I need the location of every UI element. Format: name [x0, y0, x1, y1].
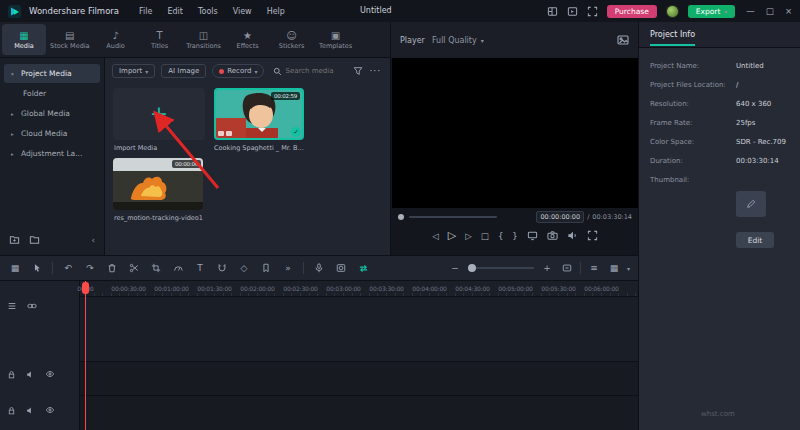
tab-media[interactable]: ▦Media	[2, 24, 46, 55]
lock-icon[interactable]	[7, 405, 16, 415]
previous-frame-button[interactable]: ◁	[432, 231, 439, 241]
fullscreen-icon[interactable]	[587, 230, 598, 241]
edit-button[interactable]: Edit	[736, 232, 774, 248]
tab-effects[interactable]: ★Effects	[226, 24, 270, 55]
sidebar-item-cloud-media[interactable]: ▸Cloud Media	[4, 124, 100, 143]
zoom-slider-handle[interactable]	[468, 264, 476, 272]
ai-image-button[interactable]: AI Image	[161, 64, 206, 78]
render-icon[interactable]	[567, 6, 578, 17]
timecode-current: 00:00:00:00	[536, 211, 584, 223]
menu-tools[interactable]: Tools	[198, 7, 218, 16]
undo-icon[interactable]: ↶	[61, 261, 75, 275]
media-item-label: Import Media	[114, 144, 204, 152]
project-info-title[interactable]: Project Info	[650, 24, 695, 46]
split-icon[interactable]	[127, 261, 141, 275]
eye-icon[interactable]	[45, 369, 55, 379]
auto-ripple-icon[interactable]	[356, 261, 370, 275]
sidebar-item-adjustment-layer[interactable]: ▸Adjustment La...	[4, 144, 100, 163]
field-label: Frame Rate:	[650, 119, 736, 127]
layout-icon[interactable]	[547, 6, 558, 17]
marker-icon[interactable]	[259, 261, 273, 275]
purchase-button[interactable]: Purchase	[607, 5, 657, 18]
display-mode-icon[interactable]	[527, 230, 538, 241]
text-tool-icon[interactable]: T	[193, 261, 207, 275]
video-preview[interactable]	[392, 58, 638, 208]
playhead-handle[interactable]	[82, 282, 89, 294]
mute-icon[interactable]	[26, 405, 35, 415]
keyframe-icon[interactable]: ◇	[237, 261, 251, 275]
filter-icon[interactable]	[353, 66, 363, 76]
import-button[interactable]: Import▾	[112, 64, 155, 78]
timeline-track-video1[interactable]	[80, 297, 638, 361]
collapse-sidebar-button[interactable]: ‹	[91, 235, 95, 245]
zoom-in-icon[interactable]: +	[540, 261, 554, 275]
sidebar-item-folder[interactable]: Folder	[4, 84, 100, 103]
tab-templates[interactable]: ▣Templates	[314, 24, 358, 55]
mask-icon[interactable]	[334, 261, 348, 275]
tab-stock-media[interactable]: ▤Stock Media	[46, 24, 94, 55]
mute-icon[interactable]	[26, 369, 35, 379]
delete-icon[interactable]	[105, 261, 119, 275]
duration-badge: 00:00:06	[172, 160, 201, 168]
thumbnail-edit-button[interactable]	[736, 191, 766, 217]
speed-icon[interactable]	[171, 261, 185, 275]
overflow-chevrons-icon[interactable]: »	[281, 261, 295, 275]
new-folder-icon[interactable]	[9, 234, 20, 245]
scrub-handle[interactable]	[398, 214, 404, 220]
menu-file[interactable]: File	[139, 7, 152, 16]
manage-tracks-icon[interactable]	[7, 301, 17, 311]
tab-transitions[interactable]: ◫Transitions	[182, 24, 226, 55]
screenshot-icon[interactable]	[587, 6, 598, 17]
tab-titles[interactable]: TTitles	[138, 24, 182, 55]
play-button[interactable]: ▷	[448, 229, 456, 242]
timeline-ruler[interactable]: 00:0000:00:30:0000:01:00:0000:01:30:0000…	[80, 281, 638, 297]
stop-button[interactable]: □	[481, 231, 489, 241]
preview-image-icon[interactable]	[617, 34, 629, 46]
timeline-view-icon[interactable]: ▦	[607, 261, 621, 275]
timeline-track-audio1[interactable]	[80, 362, 638, 395]
menu-edit[interactable]: Edit	[167, 7, 183, 16]
export-button[interactable]: Export▾	[688, 5, 736, 18]
chevron-down-icon[interactable]: ▾	[627, 265, 630, 272]
next-frame-button[interactable]: ▷	[465, 231, 472, 241]
zoom-slider[interactable]	[468, 267, 534, 269]
search-input[interactable]	[285, 67, 347, 75]
select-tool-icon[interactable]	[30, 261, 44, 275]
redo-icon[interactable]: ↷	[83, 261, 97, 275]
record-button[interactable]: Record▾	[212, 64, 264, 78]
lock-icon[interactable]	[7, 369, 16, 379]
magnet-icon[interactable]	[215, 261, 229, 275]
timeline-track-audio2[interactable]	[80, 396, 638, 430]
tab-audio[interactable]: ♪Audio	[94, 24, 138, 55]
more-options-icon[interactable]: ···	[369, 66, 381, 76]
crop-icon[interactable]	[149, 261, 163, 275]
close-button[interactable]: ×	[785, 6, 792, 16]
mark-out-button[interactable]: }	[512, 231, 517, 241]
media-item-motion-tracking[interactable]: 00:00:06	[113, 158, 203, 210]
zoom-fit-icon[interactable]	[560, 261, 574, 275]
voiceover-icon[interactable]	[312, 261, 326, 275]
media-item-cooking-spaghetti[interactable]: 00:02:59 ✓	[214, 88, 304, 140]
import-media-tile[interactable]: +	[113, 88, 205, 140]
snapshot-camera-icon[interactable]	[547, 230, 558, 241]
minimize-button[interactable]: —	[746, 6, 755, 16]
scrub-track[interactable]	[409, 216, 497, 218]
delete-folder-icon[interactable]	[29, 234, 40, 245]
user-avatar[interactable]	[666, 5, 679, 18]
link-icon[interactable]	[27, 301, 37, 311]
track-manage-icon[interactable]: ≡	[587, 261, 601, 275]
speaker-icon[interactable]	[567, 230, 578, 241]
eye-icon[interactable]	[45, 405, 55, 415]
chevron-right-icon: ▸	[11, 131, 17, 137]
playhead-line[interactable]	[85, 281, 86, 430]
menu-help[interactable]: Help	[267, 7, 285, 16]
tab-stickers[interactable]: ☺Stickers	[270, 24, 314, 55]
quality-dropdown[interactable]: Full Quality▾	[432, 36, 484, 45]
maximize-button[interactable]: □	[766, 6, 774, 16]
mark-in-button[interactable]: {	[498, 231, 503, 241]
sidebar-item-project-media[interactable]: ▾Project Media	[4, 64, 100, 83]
sidebar-item-global-media[interactable]: ▸Global Media	[4, 104, 100, 123]
media-browser-icon[interactable]: ▦	[8, 261, 22, 275]
menu-view[interactable]: View	[233, 7, 252, 16]
zoom-out-icon[interactable]: −	[448, 261, 462, 275]
